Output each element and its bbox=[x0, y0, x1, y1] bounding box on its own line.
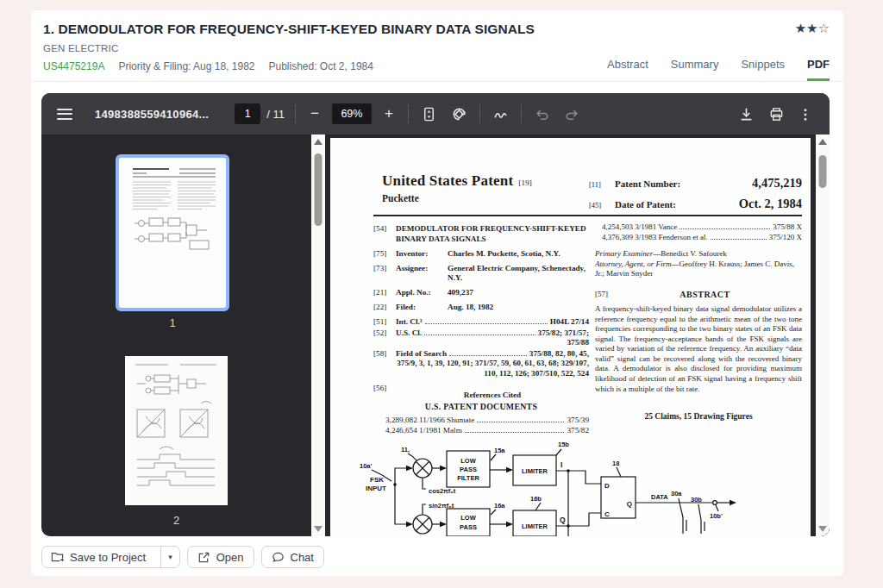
toolbar-divider bbox=[408, 104, 409, 123]
rotate-icon bbox=[451, 106, 467, 122]
save-to-project-button[interactable]: Save to Project ▾ bbox=[41, 546, 180, 568]
references-title: References Cited bbox=[396, 391, 589, 401]
thumbnail-page-1-image bbox=[119, 158, 226, 308]
reference-row: 4,376,309 3/1983 Fenderson et al. bbox=[602, 233, 708, 243]
patent-id-link[interactable]: US4475219A bbox=[43, 60, 104, 72]
pdf-scrollbar-thumb[interactable] bbox=[819, 155, 827, 188]
page-count-label: / 11 bbox=[266, 108, 285, 121]
patent-number: 4,475,219 bbox=[752, 176, 802, 191]
svg-text:Q: Q bbox=[560, 516, 566, 524]
annotate-button[interactable] bbox=[491, 104, 510, 124]
pdf-scrollbar[interactable] bbox=[816, 134, 830, 536]
page-title: 1. DEMODULATOR FOR FREQUENCY-SHIFT-KEYED… bbox=[43, 22, 535, 37]
menu-icon[interactable] bbox=[57, 105, 72, 123]
zoom-level-value[interactable]: 69% bbox=[332, 103, 372, 124]
action-bar: Save to Project ▾ Open Chat bbox=[41, 546, 324, 568]
chat-bubble-icon bbox=[272, 551, 285, 564]
date-tag: [45] bbox=[589, 201, 615, 210]
svg-text:DATA: DATA bbox=[651, 493, 668, 501]
zoom-out-button[interactable]: − bbox=[306, 103, 323, 124]
masthead-rule bbox=[373, 215, 802, 216]
svg-text:PASS: PASS bbox=[460, 523, 477, 531]
svg-text:LIMITER: LIMITER bbox=[522, 522, 548, 530]
thumbnail-scroll-down-icon[interactable] bbox=[314, 526, 323, 532]
assignee-label: GEN ELECTRIC bbox=[43, 43, 830, 53]
more-options-button[interactable]: ⋮ bbox=[797, 104, 814, 124]
field-of-search-value: 375/88, 82, 80, 45, bbox=[529, 349, 589, 360]
rating-stars[interactable]: ★★☆ bbox=[795, 22, 830, 34]
svg-text:PASS: PASS bbox=[460, 466, 477, 473]
svg-text:LOW: LOW bbox=[460, 457, 476, 465]
filed-value: Aug. 18, 1982 bbox=[448, 303, 589, 313]
redo-icon bbox=[564, 106, 580, 122]
download-icon bbox=[738, 106, 755, 122]
svg-text:30a: 30a bbox=[671, 490, 682, 497]
abstract-tag: [57] bbox=[595, 290, 608, 301]
star-empty-icon[interactable]: ☆ bbox=[818, 21, 830, 35]
svg-text:FSK: FSK bbox=[370, 476, 384, 484]
examiner-line: Primary Examiner—Benedict V. Safourek bbox=[595, 249, 802, 260]
redo-button[interactable] bbox=[562, 104, 582, 124]
svg-text:11,: 11, bbox=[401, 446, 410, 454]
zoom-in-button[interactable]: + bbox=[380, 103, 398, 124]
thumbnail-page-1-number: 1 bbox=[119, 316, 226, 329]
attorney-line: Attorney, Agent, or Firm—Geoffrey H. Kra… bbox=[595, 260, 802, 279]
reference-row: 4,254,503 3/1981 Vance bbox=[602, 222, 677, 233]
patent-date: Oct. 2, 1984 bbox=[739, 197, 802, 211]
toolbar-divider bbox=[521, 104, 522, 123]
rotate-button[interactable] bbox=[449, 104, 469, 124]
patent-title: United States Patent bbox=[382, 172, 513, 189]
chat-button[interactable]: Chat bbox=[261, 546, 324, 568]
svg-text:10a': 10a' bbox=[360, 462, 373, 470]
patent-author: Puckette bbox=[382, 193, 532, 203]
invention-title: DEMODULATOR FOR FREQUENCY-SHIFT-KEYED BI… bbox=[396, 224, 589, 244]
patent-right-column: 4,254,503 3/1981 Vance375/88 X 4,376,309… bbox=[595, 222, 802, 422]
patent-figure-1: FSK INPUT 11, 10a' cos2πf₀t sin2πf₀t LOW… bbox=[330, 435, 811, 536]
result-card: 1. DEMODULATOR FOR FREQUENCY-SHIFT-KEYED… bbox=[31, 10, 843, 576]
published-date-label: Published: Oct 2, 1984 bbox=[268, 60, 373, 72]
claims-line: 25 Claims, 15 Drawing Figures bbox=[595, 411, 802, 422]
toolbar-divider bbox=[479, 104, 480, 123]
reference-row: 4,246,654 1/1981 Malm bbox=[385, 426, 462, 436]
undo-button[interactable] bbox=[532, 104, 552, 124]
date-label: Date of Patent: bbox=[615, 199, 676, 210]
fit-page-button[interactable] bbox=[419, 104, 439, 124]
download-button[interactable] bbox=[736, 104, 756, 124]
save-to-project-label: Save to Project bbox=[70, 551, 146, 564]
thumbnail-scrollbar-thumb[interactable] bbox=[315, 153, 323, 226]
assignee-value: General Electric Company, Schenectady, N… bbox=[448, 264, 589, 284]
tab-snippets[interactable]: Snippets bbox=[741, 58, 785, 81]
pdf-scroll-down-icon[interactable] bbox=[818, 526, 827, 532]
toolbar-divider bbox=[295, 104, 296, 123]
thumbnail-page-1[interactable]: 1 bbox=[119, 158, 226, 311]
page-number-input[interactable] bbox=[235, 103, 260, 124]
thumbnail-scroll-up-icon[interactable] bbox=[314, 139, 323, 145]
print-icon bbox=[768, 106, 785, 122]
document-filename: 1498388559410964... bbox=[95, 108, 209, 121]
open-label: Open bbox=[216, 551, 244, 564]
svg-text:sin2πf₀t: sin2πf₀t bbox=[429, 502, 454, 510]
print-button[interactable] bbox=[767, 104, 786, 124]
star-filled-icons[interactable]: ★★ bbox=[795, 21, 818, 35]
thumbnail-page-2-number: 2 bbox=[125, 514, 228, 527]
svg-text:FILTER: FILTER bbox=[457, 474, 479, 482]
open-button[interactable]: Open bbox=[187, 546, 254, 568]
tab-pdf[interactable]: PDF bbox=[807, 58, 830, 81]
patent-number-block: [11] Patent Number: 4,475,219 [45] Date … bbox=[589, 176, 802, 217]
folder-icon bbox=[51, 551, 64, 564]
thumbnail-panel: 1 bbox=[41, 134, 311, 536]
pen-squiggle-icon bbox=[492, 106, 509, 122]
tab-abstract[interactable]: Abstract bbox=[607, 58, 648, 81]
pdf-scroll-up-icon[interactable] bbox=[818, 139, 827, 145]
svg-text:16a: 16a bbox=[494, 502, 505, 510]
thumbnail-page-2[interactable]: 2 bbox=[125, 356, 228, 509]
pdf-main-pane: United States Patent[19] Puckette [11] P… bbox=[325, 134, 830, 536]
thumbnail-scrollbar[interactable] bbox=[311, 134, 325, 536]
patent-kind-code: [19] bbox=[518, 178, 532, 187]
view-tabs: Abstract Summary Snippets PDF bbox=[607, 58, 830, 81]
svg-text:INPUT: INPUT bbox=[366, 485, 386, 492]
appl-no-value: 409,237 bbox=[448, 288, 589, 298]
save-dropdown-caret[interactable]: ▾ bbox=[160, 547, 179, 567]
svg-text:30b: 30b bbox=[691, 496, 702, 504]
tab-summary[interactable]: Summary bbox=[671, 58, 719, 81]
